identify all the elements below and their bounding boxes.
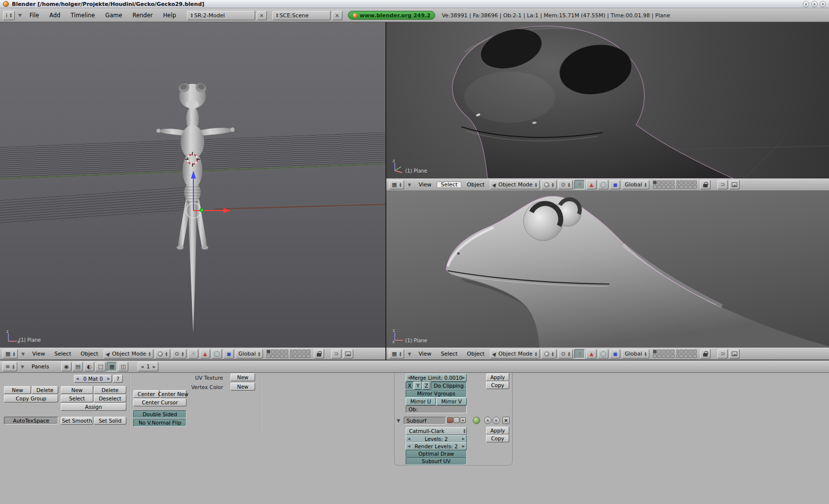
- material-delete-button[interactable]: Delete: [32, 386, 58, 394]
- material-new-button[interactable]: New: [4, 386, 31, 394]
- object-menu[interactable]: Object: [463, 351, 489, 357]
- window-close-button[interactable]: ×: [820, 1, 826, 7]
- layer-1-button[interactable]: [653, 350, 657, 354]
- stepper-left-icon[interactable]: ◀: [141, 365, 143, 369]
- lock-layers-button[interactable]: [314, 349, 324, 359]
- layer-6-button[interactable]: [290, 350, 293, 354]
- lock-layers-button[interactable]: [700, 349, 711, 359]
- pivot-dropdown[interactable]: ⊙: [172, 349, 187, 359]
- help-menu[interactable]: Help: [158, 12, 180, 19]
- layer-buttons[interactable]: [653, 350, 697, 358]
- layer-16-button[interactable]: [290, 354, 293, 358]
- window-shade-button[interactable]: ∨: [803, 1, 809, 7]
- layer-2-button[interactable]: [657, 350, 661, 354]
- layer-8-button[interactable]: [684, 180, 688, 184]
- layer-10-button[interactable]: [693, 180, 697, 184]
- layer-buttons[interactable]: [653, 180, 697, 189]
- mirror-merge-limit-field[interactable]: Merge Limit: 0.0010: [406, 374, 467, 382]
- layer-4-button[interactable]: [666, 180, 670, 184]
- layer-3-button[interactable]: [662, 180, 666, 184]
- do-clipping-toggle[interactable]: Do Clipping: [431, 382, 467, 390]
- subsurf-move-down-button[interactable]: ∨: [492, 417, 500, 424]
- editor-type-selector[interactable]: i: [3, 11, 15, 20]
- render-preview-button[interactable]: [729, 349, 740, 359]
- layer-14-button[interactable]: [666, 354, 670, 358]
- subsurf-move-up-button[interactable]: ∧: [484, 417, 491, 424]
- file-menu[interactable]: File: [25, 12, 43, 19]
- layer-7-button[interactable]: [679, 180, 683, 184]
- layer-18-button[interactable]: [298, 354, 301, 358]
- shading-context-button[interactable]: ◐: [84, 362, 94, 371]
- material-browse[interactable]: 0 Mat 0: [74, 375, 112, 383]
- gecko-profile-model[interactable]: [386, 190, 829, 348]
- view-menu[interactable]: View: [414, 351, 435, 357]
- layer-3-button[interactable]: [275, 350, 279, 354]
- editor-type-selector[interactable]: ▦: [2, 349, 18, 359]
- vgroup-deselect-button[interactable]: Deselect: [94, 395, 126, 402]
- header-collapse-icon[interactable]: ▼: [406, 182, 413, 187]
- layer-19-button[interactable]: [688, 185, 692, 189]
- layer-16-button[interactable]: [677, 354, 679, 358]
- subsurf-collapse-icon[interactable]: ▼: [397, 418, 400, 423]
- layer-6-button[interactable]: [677, 180, 679, 184]
- vgroup-select-button[interactable]: Select: [61, 395, 93, 402]
- logic-context-button[interactable]: ◉: [61, 362, 72, 371]
- screen-delete-button[interactable]: ×: [257, 11, 267, 20]
- script-context-button[interactable]: ▤: [73, 362, 83, 371]
- translate-manipulator-button[interactable]: ▲: [586, 180, 597, 189]
- viewport-front[interactable]: z x (1) Plane: [0, 22, 385, 348]
- layer-17-button[interactable]: [679, 354, 683, 358]
- manipulator-toggle-button[interactable]: ☝: [188, 349, 198, 359]
- render-preview-button[interactable]: [343, 349, 353, 359]
- mirror-vgroups-toggle[interactable]: Mirror Vgroups: [406, 390, 467, 397]
- add-menu[interactable]: Add: [45, 12, 65, 19]
- snap-button[interactable]: ⊃: [717, 349, 728, 359]
- layer-20-button[interactable]: [693, 354, 697, 358]
- layer-15-button[interactable]: [671, 185, 675, 189]
- layer-6-button[interactable]: [677, 350, 679, 354]
- layer-13-button[interactable]: [662, 185, 666, 189]
- layer-2-button[interactable]: [657, 180, 661, 184]
- layer-14-button[interactable]: [280, 354, 284, 358]
- subsurf-type-dropdown[interactable]: Catmull-Clark: [406, 427, 467, 435]
- layer-3-button[interactable]: [662, 350, 666, 354]
- select-menu[interactable]: Select: [50, 351, 75, 357]
- editor-type-selector[interactable]: ▦: [389, 349, 404, 359]
- layer-9-button[interactable]: [688, 180, 692, 184]
- layer-8-button[interactable]: [684, 350, 688, 354]
- set-solid-button[interactable]: Set Solid: [94, 417, 126, 425]
- layer-11-button[interactable]: [266, 354, 270, 358]
- layer-13-button[interactable]: [275, 354, 279, 358]
- subsurf-render-toggle-icon[interactable]: [447, 417, 453, 423]
- orientation-dropdown[interactable]: Global: [622, 349, 649, 359]
- copy-group-button[interactable]: Copy Group: [4, 395, 58, 402]
- material-help-button[interactable]: ?: [113, 375, 123, 383]
- gecko-model-front[interactable]: [0, 22, 385, 348]
- layer-19-button[interactable]: [302, 354, 306, 358]
- translate-manipulator-button[interactable]: ▲: [586, 349, 597, 359]
- vgroup-assign-button[interactable]: Assign: [61, 403, 126, 411]
- gecko-head-model[interactable]: [386, 22, 829, 179]
- mirror-axis-x-toggle[interactable]: X: [406, 382, 414, 390]
- subsurf-name-field[interactable]: Subsurf: [404, 417, 446, 425]
- subsurf-realtime-toggle-icon[interactable]: [453, 417, 459, 423]
- layer-12-button[interactable]: [657, 354, 661, 358]
- layer-12-button[interactable]: [657, 185, 661, 189]
- mirror-apply-button[interactable]: Apply: [486, 373, 509, 381]
- subsurf-editmode-toggle-icon[interactable]: +: [460, 417, 466, 423]
- layer-10-button[interactable]: [693, 350, 697, 354]
- blender-version-badge[interactable]: www.blender.org 249.2: [348, 11, 436, 20]
- view-menu[interactable]: View: [28, 351, 49, 357]
- layer-5-button[interactable]: [671, 180, 675, 184]
- rotate-manipulator-button[interactable]: ◯: [598, 349, 608, 359]
- viewport-head-profile[interactable]: z x (1) Plane: [386, 190, 829, 348]
- mirror-axis-y-toggle[interactable]: Y: [414, 382, 422, 390]
- viewport-shading-dropdown[interactable]: [541, 180, 557, 189]
- select-menu[interactable]: Select: [437, 351, 461, 357]
- subsurf-cage-button[interactable]: [473, 417, 480, 424]
- layer-15-button[interactable]: [284, 354, 288, 358]
- layer-9-button[interactable]: [302, 350, 306, 354]
- vertex-color-new-button[interactable]: New: [230, 383, 255, 391]
- layer-11-button[interactable]: [653, 185, 657, 189]
- pivot-dropdown[interactable]: ⊙: [558, 349, 573, 359]
